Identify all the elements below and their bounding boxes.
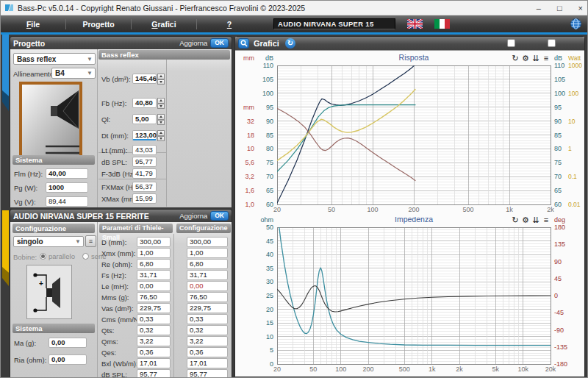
ts-config-field[interactable]: 76,50 bbox=[187, 292, 228, 302]
close-button[interactable]: × bbox=[578, 1, 583, 15]
svg-text:100: 100 bbox=[367, 206, 378, 213]
refresh-button[interactable]: ↻ bbox=[285, 38, 295, 49]
spinner[interactable] bbox=[157, 74, 165, 85]
driver-sistema-value[interactable]: 0,00 bbox=[49, 338, 87, 348]
minimize-button[interactable]: – bbox=[537, 1, 541, 15]
box-type-select[interactable]: Bass reflex ▼ bbox=[13, 53, 96, 65]
ts-value-field[interactable]: 0,36 bbox=[137, 347, 171, 357]
spin-down-button[interactable] bbox=[157, 104, 165, 110]
down-arrow-icon bbox=[159, 105, 162, 107]
ts-value-field[interactable]: 0,32 bbox=[137, 325, 171, 335]
globe-icon[interactable] bbox=[570, 18, 581, 31]
chart-checkbox-1[interactable] bbox=[507, 39, 515, 47]
svg-text:100: 100 bbox=[262, 90, 273, 97]
zoom-button[interactable] bbox=[238, 38, 249, 49]
svg-text:95: 95 bbox=[266, 104, 273, 111]
it-flag-icon[interactable] bbox=[434, 19, 450, 29]
spin-up-button[interactable] bbox=[157, 98, 165, 104]
collapse-icon[interactable]: ⇊ bbox=[532, 54, 539, 63]
ts-value-field[interactable]: 1,00 bbox=[137, 248, 171, 258]
svg-text:-90: -90 bbox=[554, 327, 564, 334]
uk-flag-icon[interactable] bbox=[407, 19, 423, 29]
driver-config-options-button[interactable]: ≡ bbox=[85, 235, 96, 247]
ts-config-field[interactable]: 0,32 bbox=[187, 325, 228, 335]
br-field-value[interactable]: 123,00 bbox=[132, 130, 157, 140]
ts-config-field[interactable]: 229,75 bbox=[187, 303, 228, 313]
spin-up-button[interactable] bbox=[157, 114, 165, 120]
ts-value-field[interactable]: 300,00 bbox=[137, 237, 171, 247]
spin-down-button[interactable] bbox=[157, 79, 165, 85]
spin-up-button[interactable] bbox=[157, 74, 165, 79]
ts-config-field[interactable]: 6,80 bbox=[187, 259, 228, 269]
svg-text:200: 200 bbox=[362, 365, 373, 373]
ts-config-field[interactable]: 0,36 bbox=[187, 347, 228, 357]
sistema-field-value[interactable]: 89,44 bbox=[46, 196, 88, 207]
ts-config-field[interactable]: 31,71 bbox=[187, 270, 228, 280]
ts-config-field[interactable]: 1,00 bbox=[187, 248, 228, 258]
refresh-icon[interactable]: ↻ bbox=[512, 54, 518, 63]
settings-icon[interactable]: ⚙ bbox=[522, 217, 529, 224]
ts-value-field[interactable]: 31,71 bbox=[137, 270, 171, 280]
spin-down-button[interactable] bbox=[157, 136, 165, 142]
ts-value-field[interactable]: 229,75 bbox=[137, 303, 171, 313]
menu-item-grafici[interactable]: Grafici bbox=[132, 20, 196, 29]
br-field-value[interactable]: 5,00 bbox=[132, 114, 157, 124]
br-field-value[interactable]: 40,80 bbox=[132, 98, 157, 108]
ts-config-field[interactable]: 3,22 bbox=[187, 336, 228, 346]
spinner[interactable] bbox=[157, 114, 165, 125]
svg-text:Watt: Watt bbox=[568, 54, 581, 62]
allineamento-select[interactable]: B4 ▼ bbox=[51, 68, 96, 79]
svg-text:10: 10 bbox=[568, 118, 576, 125]
br-field-value[interactable]: 145,46 bbox=[132, 74, 157, 84]
svg-text:180: 180 bbox=[554, 224, 565, 231]
chart-checkbox-2[interactable] bbox=[548, 39, 556, 47]
bobine-radio-parallelo[interactable] bbox=[40, 253, 46, 260]
menu-item-help[interactable]: ? bbox=[197, 20, 262, 29]
ts-value-field[interactable]: 95,77 bbox=[137, 369, 171, 378]
project-name-box[interactable]: AUDIO NIRVANA SUPER 15 bbox=[273, 18, 395, 29]
driver-sistema-value[interactable]: 0,00 bbox=[49, 354, 87, 365]
menu-item-file[interactable]: File bbox=[1, 20, 65, 29]
svg-text:0: 0 bbox=[554, 292, 558, 299]
ts-value-field[interactable]: 0,00 bbox=[137, 281, 171, 291]
br-result-value[interactable]: 15,99 bbox=[132, 193, 157, 204]
chevron-down-icon: ▼ bbox=[87, 56, 93, 63]
ts-value-field[interactable]: 17,01 bbox=[137, 358, 171, 368]
aggiorna-ok-button[interactable]: OK bbox=[210, 38, 229, 48]
br-result-value[interactable]: 41,79 bbox=[132, 168, 157, 179]
ts-value-field[interactable]: 6,80 bbox=[137, 259, 171, 269]
spinner[interactable] bbox=[157, 130, 165, 141]
ts-config-field[interactable]: 17,01 bbox=[187, 358, 228, 368]
br-field-value[interactable]: 43,03 bbox=[132, 145, 157, 155]
br-result-value[interactable]: 95,77 bbox=[132, 157, 157, 167]
ts-value-field[interactable]: 76,50 bbox=[137, 292, 171, 302]
spinner[interactable] bbox=[157, 98, 165, 109]
ts-config-field[interactable]: 0,00 bbox=[187, 281, 228, 291]
driver-aggiorna-ok-button[interactable]: OK bbox=[210, 211, 229, 221]
bobine-radio-serie[interactable] bbox=[82, 253, 89, 260]
settings-icon[interactable]: ⚙ bbox=[522, 54, 529, 63]
svg-text:1,0: 1,0 bbox=[245, 201, 254, 208]
menu-items: FileProgettoGrafici? bbox=[1, 15, 262, 32]
sistema-field-value[interactable]: 1000 bbox=[46, 182, 88, 193]
ts-config-field[interactable]: 95,77 bbox=[187, 369, 228, 378]
menu-item-progetto[interactable]: Progetto bbox=[66, 20, 131, 29]
menu-icon[interactable]: ≡ bbox=[544, 54, 548, 63]
svg-text:200: 200 bbox=[408, 206, 419, 213]
ts-config-field[interactable]: 300,00 bbox=[187, 237, 228, 247]
ts-config-field[interactable]: 0,33 bbox=[187, 314, 228, 324]
accent-line bbox=[1, 32, 588, 35]
svg-text:100: 100 bbox=[568, 90, 578, 97]
refresh-icon[interactable]: ↻ bbox=[512, 217, 518, 224]
ts-value-field[interactable]: 3,22 bbox=[137, 336, 171, 346]
spin-down-button[interactable] bbox=[157, 120, 165, 126]
ts-value-field[interactable]: 0,33 bbox=[137, 314, 171, 324]
menu-icon[interactable]: ≡ bbox=[544, 217, 548, 224]
sistema-field-value[interactable]: 40,00 bbox=[46, 168, 88, 179]
br-result-value[interactable]: 56,37 bbox=[132, 182, 157, 192]
maximize-button[interactable]: □ bbox=[557, 1, 562, 15]
driver-config-select[interactable]: singolo ▼ bbox=[13, 236, 84, 247]
spin-up-button[interactable] bbox=[157, 130, 165, 136]
progetto-panel: Progetto Aggiorna OK Bass reflex ▼ Allin… bbox=[10, 36, 232, 207]
collapse-icon[interactable]: ⇊ bbox=[532, 217, 539, 224]
